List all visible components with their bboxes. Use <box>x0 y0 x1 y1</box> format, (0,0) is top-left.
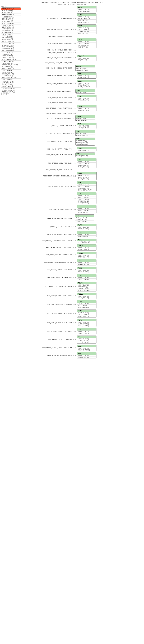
entity-field: UMWKZ [CHAR (5)] <box>75 134 95 136</box>
entity-field: MANDT [CLNT (3)] <box>75 140 95 142</box>
right-entity-name: TKO08 <box>77 310 96 312</box>
relation-row: REEX_ORDER_X-STORT = T499S-STAND1T499SMA… <box>39 138 143 146</box>
entity-field: KALSM [CHAR (6)] <box>77 166 96 168</box>
relation-label: REEX_ORDER_X-SAKNR = SKB1-SAKNR <box>39 83 72 84</box>
entity-field: RECID [CHAR (2)] <box>1 84 21 86</box>
right-entity: T681AKAPPL [CHAR (2)] <box>77 147 96 151</box>
entity-field: ESTNR [NUMC (2)] <box>1 30 21 32</box>
entity-field: ABGSL [CHAR (6)] <box>77 297 96 299</box>
relation-cardinality: 0..N <box>73 8 76 10</box>
entity-field: ANFAUFNR [CHAR (12)] <box>1 77 21 78</box>
entity-field: BEMOT [CHAR (2)] <box>1 78 21 80</box>
relation-row: REEX_ORDER_X-UMWKZ = T087K-UMWKZ1T087KMA… <box>39 130 143 136</box>
entity-field: STAND [CHAR (10)] <box>75 144 95 146</box>
relation-cardinality: 0..N <box>73 62 76 64</box>
entity-field: KOSTL [CHAR (10)] <box>77 44 96 46</box>
entity-field: OBJID [CHAR (1)] <box>77 286 96 288</box>
entity-field: BNAME [CHAR (12)] <box>77 349 96 351</box>
relation-row: REEX_ORDER_X-KAPPL = T681A-KAPPL0..NT681… <box>39 147 143 151</box>
relation-cardinality: 1 <box>73 132 74 134</box>
right-entity: TPI01MANDT [CLNT (3)]ZSCHM [CHAR (7)] <box>77 328 96 334</box>
entity-field: CYCLE [CHAR (10)] <box>1 46 21 48</box>
right-entity-name: TBDLS <box>77 239 96 241</box>
entity-field: BUKRS [CHAR (4)] <box>1 15 21 17</box>
entity-field: ABGR3 [CHAR (12)] <box>1 80 21 82</box>
entity-field: IVPRO [CHAR (6)] <box>77 236 96 237</box>
right-entity-name: TPI01 <box>77 328 96 330</box>
right-entity-name: CSKS <box>77 38 96 41</box>
right-entity-name: FERC_C7 <box>77 55 96 57</box>
right-entity: TKV01MANDT [CLNT (3)]AWOBA [CHAR (2)]AWS… <box>77 319 96 327</box>
relation-label: REEX_ORDER_X-ABUKR = T001-BUKRS <box>39 97 72 99</box>
entity-field: KSTAR [CHAR (10)] <box>77 30 96 32</box>
right-column: 0..NAUFKMANDT [CLNT (3)]AUFNR [CHAR (12)… <box>39 6 143 358</box>
entity-field: TXJCD [CHAR (15)] <box>77 342 96 344</box>
entity-field: MANDT [CLNT (3)] <box>77 269 96 271</box>
relation-cardinality: 0..N <box>73 50 76 51</box>
relation-cardinality: 0..N <box>73 226 76 228</box>
relation-cardinality: 0..N <box>73 254 76 256</box>
relation-row: REEX_ORDER_X-FERC_IND = FERC_C7-IND0..N <box>39 62 143 64</box>
right-entity: T681VKVEWE [CHAR (1)] <box>75 152 95 157</box>
entity-field: KVEWE [CHAR (1)] <box>77 162 96 164</box>
entity-field: VBELN [CHAR (10)] <box>77 356 96 358</box>
entity-field: KOKRS [CHAR (4)] <box>77 278 96 280</box>
entity-field: ABKRS [NUMC (2)] <box>77 316 96 317</box>
entity-field: KDAUF [CHAR (10)] <box>1 60 21 62</box>
relation-cardinality: 0..N <box>73 108 76 109</box>
right-entity-name: ONR00 <box>75 65 95 67</box>
entity-field: BUKRS [CHAR (4)] <box>77 176 96 178</box>
entity-field: BUKRS [CHAR (4)] <box>77 84 96 86</box>
entity-field: KAPPL [CHAR (2)] <box>1 35 21 37</box>
right-entity-name: TKA01 <box>77 274 96 277</box>
relation-row: REEX_ORDER_X-ESTNR = TKO03-ASTNR0..NTKO0… <box>39 300 143 308</box>
page-title: SAP ABAP table REEX_ORDER_X {Order and A… <box>1 1 143 3</box>
right-entity: T8JJMANDT [CLNT (3)]BUKRS [CHAR (4)]RECI… <box>77 205 96 213</box>
relation-cardinality: 0..N <box>73 52 76 54</box>
entity-field: PSPEL [NUMC (8)] <box>1 52 21 53</box>
relation-cardinality: 0..N <box>73 83 76 84</box>
entity-field: MANDT [CLNT (3)] <box>77 330 96 332</box>
relation-label: REEX_ORDER_X-MANDT = T000-MANDT <box>39 91 72 92</box>
relation-row: REEX_ORDER_X-IZWEK = T087I-IZWEK0..NT087… <box>39 122 143 129</box>
entity-field: WERKS [CHAR (4)] <box>75 142 95 144</box>
right-entity: CEPCMANDT [CLNT (3)]PRCTR [CHAR (10)]DAT… <box>77 14 96 23</box>
relation-row: REEX_ORDER_X-ETYPE = T8JG-ETYPE[0,1]T8J6… <box>39 181 143 191</box>
relation-cardinality: 0..N <box>73 234 76 235</box>
entity-field: MANDT [CLNT (3)] <box>77 160 96 162</box>
entity-field: GSBER [CHAR (4)] <box>77 271 96 273</box>
relation-label: REEX_ORDER_X-LOGSYSTEM = TBDLS-LOGSYS <box>39 240 72 242</box>
entity-field: MANDT [CLNT (3)] <box>77 226 96 228</box>
right-entity: TKA01MANDT [CLNT (3)]KOKRS [CHAR (4)] <box>77 274 96 280</box>
relation-label: REEX_ORDER_X-WAERS = TCURC-WAERS <box>39 254 72 256</box>
right-entity: TKKAAMANDT [CLNT (3)]ABGSL [CHAR (6)] <box>77 293 96 299</box>
entity-field: LOGSYS [CHAR (10)] <box>77 241 96 243</box>
relation-label: REEX_ORDER_X-AUART = T003O-AUART <box>39 118 72 119</box>
relation-row: REEX_ORDER_X-BUKRS = T001-BUKRS0..N <box>39 102 143 104</box>
entity-field: MANDT [CLNT (3)] <box>77 247 96 248</box>
right-entity: TKO08CLIENT [CLNT (3)]KOKRS [CHAR (4)]AB… <box>77 310 96 318</box>
relation-cardinality: 0..N <box>73 18 76 19</box>
right-entity-name: TKV01 <box>77 319 96 321</box>
relation-label: REEX_ORDER_X-OBJNR = ONR00-OBJNR <box>39 67 72 69</box>
relation-label: REEX_ORDER_X-TXJCD = TTXJ-TXJCD <box>39 339 72 340</box>
right-entity-name: T000 <box>75 89 95 92</box>
relation-row: REEX_ORDER_X-OBJNR = ONR00-OBJNR1ONR00MA… <box>39 65 143 71</box>
right-entity: CSKBMANDT [CLNT (3)]KOKRS [CHAR (4)]KSTA… <box>77 24 96 34</box>
entity-field: BUKRS [CHAR (4)] <box>77 186 96 187</box>
relation-cardinality: 1 <box>73 141 74 142</box>
relation-cardinality: 0..N <box>73 42 76 44</box>
relation-label: REEX_ORDER_X-AWSLS = TKV01-AWSLS <box>39 322 72 324</box>
relation-label: REEX_ORDER_X-SIZECL = TAIF5-SIZECL <box>39 226 72 228</box>
right-entity: AUFKMANDT [CLNT (3)]AUFNR [CHAR (12)] <box>77 6 96 12</box>
entity-field: BUKRS [CHAR (4)] <box>77 196 96 198</box>
right-entity: FERC_C7MANDT [CLNT (3)]IND [CHAR (4)] <box>77 55 96 61</box>
relation-label: REEX_ORDER_X-CYCLE = CSKS-KOSTL <box>39 49 72 51</box>
relation-row: REEX_ORDER_X-WAERS = TCURC-WAERS0..NTCUR… <box>39 252 143 258</box>
relation-row: REEX_ORDER_X-WERKS = T001W-WERKS0..N <box>39 112 143 114</box>
relation-cardinality: 0..N <box>73 347 76 348</box>
entity-field: MANDT [CLNT (3)] <box>77 57 96 59</box>
right-entity: T8J6CMANDT [CLNT (3)]BUKRS [CHAR (4)]CLA… <box>77 181 97 191</box>
right-entity-name: T8J6A <box>77 172 96 174</box>
right-entity-name: T499S <box>75 138 95 140</box>
